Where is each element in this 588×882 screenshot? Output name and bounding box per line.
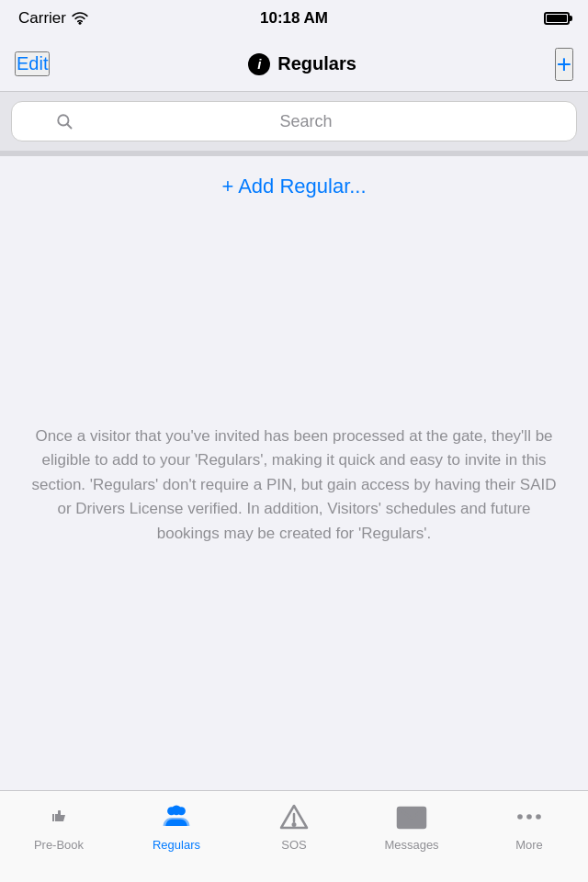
wifi-icon [72,12,88,25]
svg-line-1 [67,124,72,129]
tab-bar: Pre-Book Regulars SOS [0,790,588,882]
tab-messages[interactable]: Messages [353,800,470,852]
content-area: + Add Regular... Once a visitor that you… [0,156,588,790]
battery-indicator [544,12,570,25]
pre-book-icon [42,800,75,833]
svg-point-4 [172,805,182,815]
tab-regulars[interactable]: Regulars [118,800,235,852]
messages-icon [395,800,428,833]
svg-point-8 [517,814,523,820]
tab-sos[interactable]: SOS [235,800,353,852]
svg-point-6 [293,823,296,826]
status-bar: Carrier 10:18 AM [0,0,588,37]
tab-more[interactable]: More [470,800,588,852]
messages-label: Messages [384,838,438,852]
battery-icon [544,12,570,25]
add-regular-button[interactable]: + Add Regular... [221,175,366,198]
pre-book-label: Pre-Book [34,838,84,852]
nav-title: i Regulars [248,53,356,75]
status-time: 10:18 AM [260,9,328,28]
svg-point-10 [536,814,541,820]
info-text: Once a visitor that you've invited has b… [28,424,560,546]
page-title: Regulars [277,53,356,74]
carrier-text: Carrier [18,9,88,28]
sos-icon [277,800,311,833]
search-bar [11,101,577,141]
navigation-bar: Edit i Regulars + [0,37,588,92]
regulars-label: Regulars [153,838,200,852]
add-regular-label: + Add Regular... [221,175,366,198]
edit-button[interactable]: Edit [15,51,50,76]
carrier-label: Carrier [18,9,66,28]
svg-point-9 [526,814,532,820]
search-input[interactable] [80,112,531,131]
more-label: More [515,838,543,852]
add-button[interactable]: + [555,48,573,81]
more-icon [513,800,546,833]
tab-pre-book[interactable]: Pre-Book [0,800,118,852]
search-icon [56,113,73,130]
battery-fill [547,15,567,22]
info-icon[interactable]: i [248,53,270,75]
search-container [0,92,588,151]
sos-label: SOS [281,838,306,852]
regulars-icon [160,800,193,833]
info-section: Once a visitor that you've invited has b… [0,198,588,790]
